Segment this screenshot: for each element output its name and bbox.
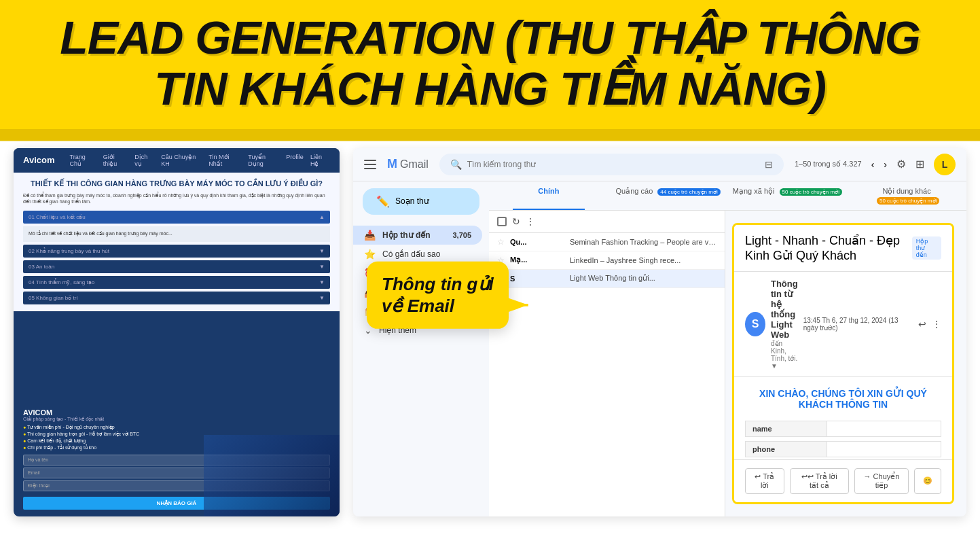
field-value-name	[827, 421, 941, 436]
pagination-text: 1–50 trong số 4.327	[795, 160, 862, 169]
form-bullet-3: Cam kết tiến độ, chất lượng	[23, 438, 330, 444]
website-form-section: AVICOM Giải pháp sáng tạo - Thiết kế độc…	[14, 402, 340, 516]
emoji-button[interactable]: 😊	[914, 468, 941, 494]
accordion-item-4[interactable]: 04 Tính thẩm mỹ, sáng tạo▼	[23, 276, 330, 289]
forward-button[interactable]: → Chuyển tiếp	[854, 468, 909, 494]
search-icon: 🔍	[450, 159, 462, 170]
form-phone-input[interactable]: Điện thoại	[23, 480, 330, 491]
next-page-icon[interactable]: ›	[884, 159, 887, 170]
nav-link[interactable]: Tin Mới Nhất	[208, 154, 241, 167]
email-sender: Qu...	[510, 238, 564, 246]
accordion-item-1[interactable]: 01 Chất liệu và kết cấu▲	[23, 211, 330, 224]
field-value-phone	[827, 442, 941, 457]
nav-link[interactable]: Profile	[286, 154, 304, 167]
user-avatar[interactable]: L	[934, 154, 956, 175]
field-label-name: name	[746, 421, 827, 436]
inbox-icon: 📥	[364, 230, 376, 241]
accordion-item-2[interactable]: 02 Khả năng trung bày và thu hút▼	[23, 245, 330, 258]
email-greeting: XIN CHÀO, CHÚNG TÔI XIN GỬI QUÝ KHÁCH TH…	[745, 388, 941, 410]
form-bullet-1: Tư vấn miễn phí - Đội ngũ chuyên nghiệp	[23, 425, 330, 430]
gmail-label: Gmail	[400, 158, 429, 171]
field-row-name: name	[745, 421, 941, 437]
sidebar-item-inbox[interactable]: 📥 Hộp thư đến 3,705	[353, 226, 482, 245]
field-row-phone: phone	[745, 441, 941, 457]
email-detail-border: Light - Nhanh - Chuẩn - Đẹp Kinh Gửi Quý…	[732, 223, 954, 504]
select-all-checkbox[interactable]	[497, 217, 507, 226]
nav-link[interactable]: Trang Chủ	[69, 154, 96, 167]
sender-info: Thông tin từ hệ thống Light Web đến Kinh…	[771, 279, 798, 370]
form-email-input[interactable]: Email	[23, 468, 330, 478]
form-logo-area: AVICOM Giải pháp sáng tạo - Thiết kế độc…	[23, 408, 330, 451]
inbox-count: 3,705	[452, 231, 471, 239]
form-tagline: Giải pháp sáng tạo - Thiết kế độc nhất	[23, 417, 330, 422]
sidebar-item-starred[interactable]: ⭐ Có gắn dấu sao	[353, 245, 482, 264]
detail-header: Light - Nhanh - Chuẩn - Đẹp Kinh Gửi Quý…	[734, 225, 952, 272]
website-screenshot-top: Avicom Trang Chủ Giới thiệu Dịch vụ Câu …	[14, 148, 340, 402]
email-row[interactable]: ☆ S Light Web Thông tin gửi...	[489, 270, 725, 288]
grid-icon[interactable]: ⊞	[915, 158, 924, 171]
nav-link[interactable]: Tuyển Dụng	[248, 154, 279, 167]
gmail-sidebar: ✏️ Soạn thư 📥 Hộp thư đến 3,705 ⭐ Có gắn…	[353, 181, 489, 516]
compose-label: Soạn thư	[395, 196, 429, 206]
reply-icon[interactable]: ↩	[918, 319, 926, 330]
main-title: LEAD GENERATION (THU THẬP THÔNG TIN KHÁC…	[27, 12, 953, 114]
more-actions-icon[interactable]: ⋮	[932, 319, 941, 330]
compose-button[interactable]: ✏️ Soạn thư	[363, 188, 479, 215]
nav-link[interactable]: Dịch vụ	[134, 154, 154, 167]
email-subject-title: Light - Nhanh - Chuẩn - Đẹp Kinh Gửi Quý…	[745, 233, 941, 263]
email-detail-wrapper: Light - Nhanh - Chuẩn - Đẹp Kinh Gửi Quý…	[725, 211, 966, 516]
settings-icon[interactable]: ⚙	[896, 158, 906, 171]
email-footer-actions: ↩ Trả lời ↩↩ Trả lời tất cả → Chuyển tiế…	[734, 459, 952, 502]
site-description: Đề có thể tham gia trưng bày máy móc to,…	[23, 192, 330, 206]
inbox-toolbar: ↻ ⋮	[489, 211, 725, 233]
right-panel: M Gmail 🔍 ⊟ 1–50 trong số 4.327 ‹ › ⚙ ⊞ …	[353, 148, 966, 516]
prev-page-icon[interactable]: ‹	[871, 159, 875, 170]
filter-icon[interactable]: ⊟	[765, 159, 773, 170]
email-list: ↻ ⋮ ☆ Qu... Seminah Fashion Tracking – P…	[489, 211, 725, 516]
compose-icon: ✏️	[376, 195, 390, 208]
email-row[interactable]: ☆ Qu... Seminah Fashion Tracking – Peopl…	[489, 233, 725, 251]
reply-all-button[interactable]: ↩↩ Trả lời tất cả	[790, 468, 849, 494]
accordion-item-3[interactable]: 03 An toàn▼	[23, 260, 330, 273]
nav-link[interactable]: Liên Hệ	[310, 154, 330, 167]
sender-name: Thông tin từ hệ thống Light Web	[771, 279, 798, 340]
gmail-logo: M Gmail	[387, 157, 429, 171]
search-input[interactable]	[467, 160, 759, 169]
detail-from-section: S Thông tin từ hệ thống Light Web đến Ki…	[734, 272, 952, 377]
site-navigation: Avicom Trang Chủ Giới thiệu Dịch vụ Câu …	[14, 148, 340, 173]
social-badge: 50 cuộc trò chuyện mới	[780, 188, 842, 196]
star-icon[interactable]: ☆	[497, 237, 505, 247]
inbox-tabs: Chính Quảng cáo 44 cuộc trò chuyện mới M…	[489, 181, 966, 211]
gmail-search-bar[interactable]: 🔍 ⊟	[439, 154, 784, 175]
gmail-body: ✏️ Soạn thư 📥 Hộp thư đến 3,705 ⭐ Có gắn…	[353, 181, 966, 516]
nav-link[interactable]: Câu Chuyện KH	[161, 154, 202, 167]
tab-other[interactable]: Nội dung khác 50 cuộc trò chuyện mới	[847, 181, 966, 210]
reply-button[interactable]: ↩ Trả lời	[745, 468, 784, 494]
tab-promotions[interactable]: Quảng cáo 44 cuộc trò chuyện mới	[609, 181, 728, 210]
email-subject: LinkedIn – Jayshree Singh rece...	[570, 256, 716, 264]
main-content: Avicom Trang Chủ Giới thiệu Dịch vụ Câu …	[0, 141, 980, 523]
form-submit-button[interactable]: NHẬN BÁO GIÁ	[23, 497, 330, 510]
form-bullet-2: Thi công gian hàng trọn gói - Hỗ trợ làm…	[23, 432, 330, 437]
sender-to: đến Kinh, Tính, tới. ▼	[771, 340, 798, 370]
star-icon: ⭐	[364, 249, 376, 260]
accordion-item-5[interactable]: 05 Không gian bố trí▼	[23, 292, 330, 304]
inbox-label: Hộp thư đến	[382, 230, 431, 240]
speech-bubble-text: Thông tin gửivề Email	[382, 274, 494, 316]
gmail-topbar-right: 1–50 trong số 4.327 ‹ › ⚙ ⊞ L	[795, 154, 956, 175]
refresh-icon[interactable]: ↻	[512, 216, 520, 227]
more-options-icon[interactable]: ⋮	[526, 216, 535, 227]
hamburger-menu[interactable]	[364, 160, 376, 169]
promotions-badge: 44 cuộc trò chuyện mới	[657, 188, 720, 196]
form-name-input[interactable]: Họ và tên	[23, 455, 330, 465]
speech-bubble-arrow	[495, 295, 536, 315]
left-panel: Avicom Trang Chủ Giới thiệu Dịch vụ Câu …	[14, 148, 340, 516]
form-logo: AVICOM	[23, 408, 330, 417]
form-bullet-4: Chi phí thấp - Tải sử dụng tủ kho	[23, 445, 330, 451]
inbox-badge: Hộp thư đến	[912, 236, 941, 260]
email-body: XIN CHÀO, CHÚNG TÔI XIN GỬI QUÝ KHÁCH TH…	[734, 377, 952, 459]
email-row[interactable]: ☆ Mạ... LinkedIn – Jayshree Singh rece..…	[489, 251, 725, 270]
tab-social[interactable]: Mạng xã hội 50 cuộc trò chuyện mới	[728, 181, 848, 210]
nav-link[interactable]: Giới thiệu	[103, 154, 128, 167]
tab-main[interactable]: Chính	[489, 181, 609, 210]
